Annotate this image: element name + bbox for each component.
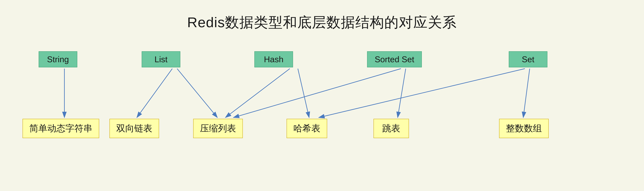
- type-box-hash: Hash: [254, 51, 293, 67]
- type-sortedset-label: Sorted Set: [375, 55, 414, 64]
- arrow-sortedset-skiplist: [398, 69, 406, 118]
- type-box-list: List: [142, 51, 180, 67]
- struct-box-intset: 整数数组: [499, 119, 549, 138]
- struct-sds-label: 简单动态字符串: [29, 123, 92, 133]
- struct-ziplist-label: 压缩列表: [200, 123, 236, 133]
- type-box-set: Set: [509, 51, 548, 67]
- arrow-hash-ziplist: [226, 69, 290, 118]
- struct-box-skiplist: 跳表: [374, 119, 409, 138]
- arrow-sortedset-ziplist: [234, 69, 401, 118]
- arrow-set-intset: [523, 69, 530, 118]
- struct-linkedlist-label: 双向链表: [116, 123, 152, 133]
- type-string-label: String: [47, 55, 69, 64]
- type-box-string: String: [39, 51, 77, 67]
- type-box-sorted-set: Sorted Set: [367, 51, 422, 67]
- type-list-label: List: [154, 55, 168, 64]
- diagram-area: String List Hash Sorted Set Set 简单动态字符串 …: [16, 45, 628, 190]
- arrow-list-linkedlist: [137, 69, 172, 118]
- arrow-list-ziplist: [177, 69, 217, 118]
- struct-box-ziplist: 压缩列表: [193, 119, 243, 138]
- arrow-set-hashtable: [319, 69, 525, 118]
- type-hash-label: Hash: [264, 55, 283, 64]
- arrow-hash-hashtable: [298, 69, 309, 118]
- struct-box-hashtable: 哈希表: [286, 119, 327, 138]
- page-container: Redis数据类型和底层数据结构的对应关系: [0, 0, 644, 191]
- struct-skiplist-label: 跳表: [382, 123, 400, 133]
- struct-box-sds: 简单动态字符串: [22, 119, 99, 138]
- struct-intset-label: 整数数组: [506, 123, 542, 133]
- page-title: Redis数据类型和底层数据结构的对应关系: [187, 13, 457, 32]
- struct-hashtable-label: 哈希表: [293, 123, 320, 133]
- type-set-label: Set: [522, 55, 534, 64]
- struct-box-linkedlist: 双向链表: [110, 119, 159, 138]
